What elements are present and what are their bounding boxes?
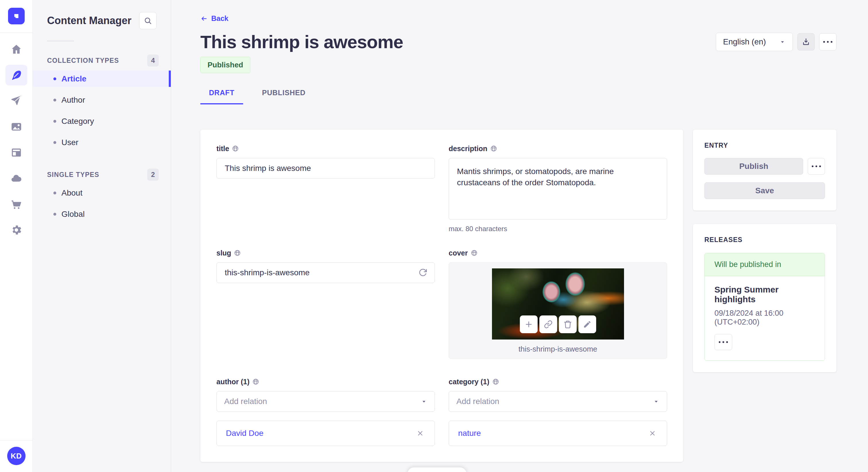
release-name: Spring Summer highlights	[714, 285, 815, 304]
main-content: Back This shrimp is awesome English (en)	[171, 0, 868, 472]
bullet-icon	[53, 192, 56, 194]
title-input[interactable]	[216, 158, 435, 179]
remove-author-relation-button[interactable]	[414, 428, 426, 439]
author-field: author (1) Add relation David Doe	[216, 378, 435, 446]
tab-list: DRAFT PUBLISHED	[200, 89, 836, 104]
export-button[interactable]	[797, 33, 815, 50]
single-types-heading: SINGLE TYPES	[47, 171, 99, 179]
globe-icon	[471, 249, 477, 256]
sidebar-item-label: About	[61, 189, 82, 198]
description-field: description Mantis shrimps, or stomatopo…	[448, 144, 667, 233]
marketplace-cart-icon[interactable]	[5, 194, 27, 214]
sidebar-item-category[interactable]: Category	[33, 113, 171, 129]
sidebar-item-author[interactable]: Author	[33, 92, 171, 108]
slug-field: slug	[216, 249, 435, 359]
sidebar-item-label: Global	[61, 210, 85, 219]
trash-icon	[563, 320, 572, 329]
nav-rail: KD	[0, 0, 33, 472]
more-options-button[interactable]	[819, 33, 836, 50]
content-type-builder-icon[interactable]	[5, 142, 27, 163]
tab-draft[interactable]: DRAFT	[200, 89, 243, 104]
bullet-icon	[53, 99, 56, 102]
refresh-icon	[418, 268, 427, 277]
cover-image[interactable]	[492, 268, 624, 339]
author-label: author (1)	[216, 378, 249, 386]
download-icon	[802, 38, 810, 46]
author-relation-select[interactable]: Add relation	[216, 391, 435, 412]
slug-label: slug	[216, 249, 231, 257]
entry-panel-title: ENTRY	[704, 142, 825, 149]
title-label: title	[216, 144, 229, 153]
edit-asset-button[interactable]	[578, 315, 596, 333]
media-library-icon[interactable]	[5, 116, 27, 137]
content-manager-feather-icon[interactable]	[5, 65, 27, 86]
publish-button[interactable]: Publish	[704, 158, 803, 175]
strapi-logo[interactable]	[8, 8, 25, 24]
remove-category-relation-button[interactable]	[647, 428, 658, 439]
sidebar-item-label: Author	[61, 96, 85, 105]
single-types-section: SINGLE TYPES 2 About Global	[33, 169, 171, 227]
paper-plane-icon[interactable]	[5, 91, 27, 111]
cloud-icon[interactable]	[5, 168, 27, 189]
globe-icon	[234, 249, 241, 256]
tab-published[interactable]: PUBLISHED	[253, 89, 314, 104]
sidebar-title: Content Manager	[47, 14, 131, 27]
sidebar-item-user[interactable]: User	[33, 134, 171, 150]
delete-asset-button[interactable]	[559, 315, 577, 333]
pencil-icon	[583, 320, 592, 329]
globe-icon	[490, 145, 497, 152]
back-link[interactable]: Back	[200, 14, 228, 23]
add-asset-button[interactable]	[520, 315, 538, 333]
strapi-logo-mark	[11, 11, 21, 21]
author-relation-item: David Doe	[216, 421, 435, 446]
release-date: 09/18/2024 at 16:00 (UTC+02:00)	[714, 309, 815, 327]
link-icon	[544, 320, 553, 329]
cover-caption: this-shrimp-is-awesome	[518, 345, 597, 353]
rail-bottom: KD	[0, 440, 32, 472]
collection-types-heading: COLLECTION TYPES	[47, 57, 119, 65]
entry-more-button[interactable]	[808, 158, 825, 175]
sidebar-item-label: Article	[61, 74, 86, 83]
collection-types-count-badge: 4	[147, 55, 159, 67]
releases-panel: RELEASES Will be published in Spring Sum…	[693, 224, 836, 372]
floating-widget[interactable]	[408, 467, 466, 472]
page-title: This shrimp is awesome	[200, 32, 403, 52]
cover-field: cover	[448, 249, 667, 359]
search-button[interactable]	[139, 12, 156, 29]
sidebar-item-about[interactable]: About	[33, 185, 171, 201]
user-avatar[interactable]: KD	[7, 447, 26, 465]
sidebar-divider	[47, 41, 74, 41]
slug-input[interactable]	[216, 262, 435, 283]
sidebar-item-article[interactable]: Article	[33, 71, 171, 87]
bullet-icon	[53, 120, 56, 123]
category-field: category (1) Add relation nature	[448, 378, 667, 446]
description-hint: max. 80 characters	[448, 225, 667, 233]
category-relation-link[interactable]: nature	[458, 429, 481, 438]
release-more-button[interactable]	[714, 334, 732, 350]
cover-label: cover	[448, 249, 468, 257]
author-relation-placeholder: Add relation	[224, 397, 267, 406]
regenerate-slug-button[interactable]	[417, 267, 429, 278]
save-button[interactable]: Save	[704, 182, 825, 199]
copy-link-button[interactable]	[539, 315, 557, 333]
category-relation-select[interactable]: Add relation	[448, 391, 667, 412]
locale-select[interactable]: English (en)	[716, 33, 793, 51]
home-icon[interactable]	[5, 39, 27, 60]
sidebar-item-global[interactable]: Global	[33, 206, 171, 222]
title-field: title	[216, 144, 435, 233]
release-card: Will be published in Spring Summer highl…	[704, 253, 825, 361]
description-label: description	[448, 144, 487, 153]
release-status: Will be published in	[705, 253, 825, 276]
active-indicator-bar	[169, 71, 171, 87]
close-icon	[649, 430, 656, 437]
globe-icon	[492, 378, 499, 385]
settings-gear-icon[interactable]	[5, 220, 27, 240]
author-relation-link[interactable]: David Doe	[226, 429, 264, 438]
description-textarea[interactable]: Mantis shrimps, or stomatopods, are mari…	[448, 158, 667, 220]
content-manager-sidebar: Content Manager COLLECTION TYPES 4 Artic…	[33, 0, 171, 472]
chevron-down-icon	[421, 398, 427, 405]
chevron-down-icon	[653, 398, 659, 405]
category-label: category (1)	[448, 378, 489, 386]
locale-select-value: English (en)	[723, 37, 766, 46]
chevron-down-icon	[779, 39, 786, 45]
